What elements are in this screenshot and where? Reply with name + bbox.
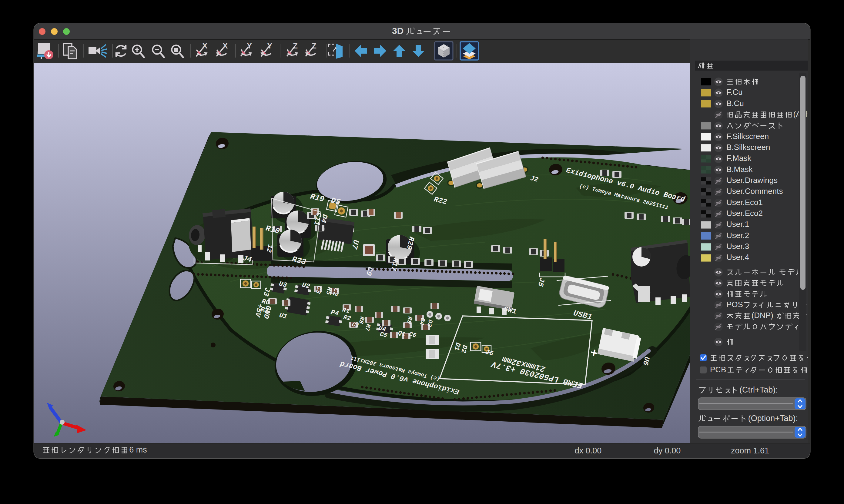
svg-text:User.Eco1: User.Eco1 <box>726 198 763 207</box>
svg-text:User.4: User.4 <box>726 253 749 262</box>
svg-text:User.Eco2: User.Eco2 <box>726 209 763 218</box>
svg-text:User.1: User.1 <box>726 220 749 229</box>
svg-text:6 ms: 6 ms <box>129 445 147 454</box>
svg-text:User.3: User.3 <box>726 242 749 251</box>
svg-text:dx 0.00: dx 0.00 <box>575 446 602 455</box>
svg-text:POS: POS <box>726 300 743 309</box>
svg-text:User.Comments: User.Comments <box>726 186 783 196</box>
svg-text:B.Mask: B.Mask <box>726 165 753 174</box>
svg-text:User.Drawings: User.Drawings <box>726 176 778 185</box>
svg-text:zoom 1.61: zoom 1.61 <box>731 446 769 455</box>
svg-text:(Option+Tab):: (Option+Tab): <box>748 414 798 423</box>
svg-text:Z: Z <box>312 41 316 50</box>
svg-text:X: X <box>223 41 228 50</box>
svg-text:F.Silkscreen: F.Silkscreen <box>726 132 769 141</box>
svg-text:Y: Y <box>267 41 272 50</box>
svg-text:Z: Z <box>293 41 298 50</box>
svg-text:F.Cu: F.Cu <box>726 88 742 96</box>
svg-text:X: X <box>202 41 208 50</box>
svg-text:Y: Y <box>247 41 252 50</box>
svg-text:User.2: User.2 <box>726 231 749 240</box>
svg-text:3D: 3D <box>392 26 403 36</box>
svg-text:B.Silkscreen: B.Silkscreen <box>726 143 770 152</box>
svg-text:dy 0.00: dy 0.00 <box>654 446 681 455</box>
svg-text:(Ctrl+Tab):: (Ctrl+Tab): <box>739 385 778 394</box>
svg-text:(DNP): (DNP) <box>752 311 773 320</box>
svg-text:PCB: PCB <box>710 365 726 374</box>
svg-text:F.Mask: F.Mask <box>726 154 752 163</box>
svg-text:B.Cu: B.Cu <box>726 99 744 108</box>
